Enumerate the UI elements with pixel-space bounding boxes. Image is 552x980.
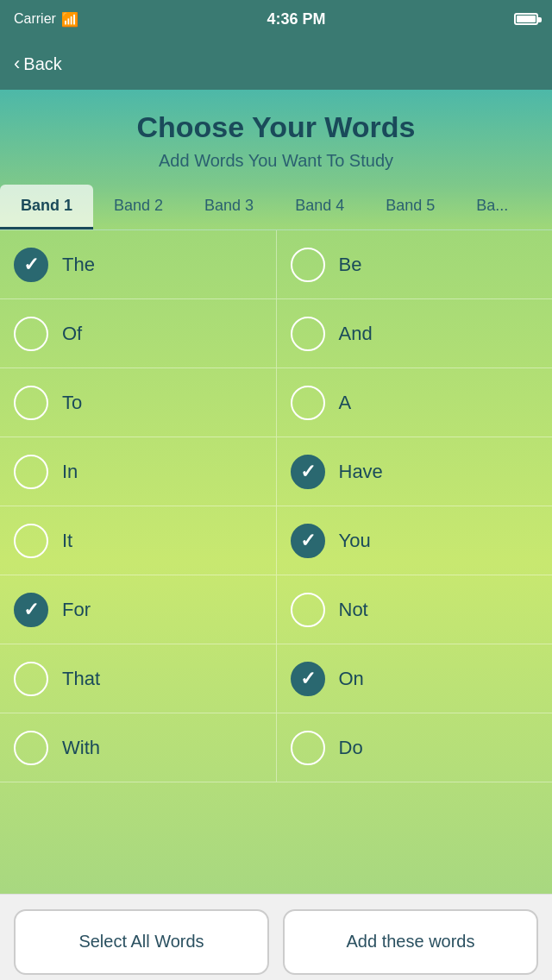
word-text-left-5: For bbox=[62, 599, 91, 621]
word-cell-right-6: ✓On bbox=[277, 644, 553, 713]
word-row: ✓In✓Have bbox=[0, 437, 552, 506]
bottom-buttons: Select All Words Add these words bbox=[0, 894, 552, 980]
checkbox-left-3[interactable]: ✓ bbox=[14, 455, 48, 489]
tab-band-1[interactable]: Band 1 bbox=[0, 185, 93, 229]
word-text-right-5: Not bbox=[339, 599, 368, 621]
tab-band-6[interactable]: Ba... bbox=[455, 185, 529, 229]
word-text-right-7: Do bbox=[339, 737, 363, 759]
word-row: ✓The✓Be bbox=[0, 230, 552, 299]
carrier-label: Carrier bbox=[14, 11, 56, 27]
checkmark-icon: ✓ bbox=[300, 668, 316, 690]
checkbox-right-5[interactable]: ✓ bbox=[291, 593, 325, 627]
word-text-left-2: To bbox=[62, 392, 82, 414]
word-text-right-2: A bbox=[339, 392, 352, 414]
checkbox-left-4[interactable]: ✓ bbox=[14, 524, 48, 558]
word-cell-right-0: ✓Be bbox=[277, 230, 553, 298]
word-row: ✓It✓You bbox=[0, 506, 552, 575]
word-text-left-3: In bbox=[62, 461, 78, 483]
page-title: Choose Your Words bbox=[17, 110, 535, 144]
word-cell-left-6: ✓That bbox=[0, 644, 277, 713]
checkbox-right-6[interactable]: ✓ bbox=[291, 662, 325, 696]
status-right bbox=[514, 13, 538, 25]
word-row: ✓For✓Not bbox=[0, 575, 552, 644]
page-subtitle: Add Words You Want To Study bbox=[17, 151, 535, 171]
tab-band-2[interactable]: Band 2 bbox=[93, 185, 184, 229]
word-cell-right-1: ✓And bbox=[277, 299, 553, 368]
add-words-button[interactable]: Add these words bbox=[283, 909, 538, 975]
word-cell-left-2: ✓To bbox=[0, 368, 277, 437]
wifi-icon: 📶 bbox=[61, 11, 78, 28]
word-text-right-6: On bbox=[339, 668, 364, 690]
select-all-button[interactable]: Select All Words bbox=[14, 909, 269, 975]
word-text-right-4: You bbox=[339, 530, 371, 552]
status-left: Carrier 📶 bbox=[14, 11, 78, 28]
nav-bar: ‹ Back bbox=[0, 38, 552, 90]
checkmark-icon: ✓ bbox=[23, 254, 39, 276]
word-cell-left-0: ✓The bbox=[0, 230, 277, 298]
checkbox-right-0[interactable]: ✓ bbox=[291, 248, 325, 282]
word-row: ✓That✓On bbox=[0, 644, 552, 713]
checkmark-icon: ✓ bbox=[300, 461, 316, 483]
header-section: Choose Your Words Add Words You Want To … bbox=[0, 90, 552, 185]
word-cell-right-4: ✓You bbox=[277, 506, 553, 575]
word-text-left-1: Of bbox=[62, 323, 82, 345]
status-time: 4:36 PM bbox=[267, 10, 325, 28]
checkbox-left-6[interactable]: ✓ bbox=[14, 662, 48, 696]
tabs-container: Band 1Band 2Band 3Band 4Band 5Ba... bbox=[0, 185, 552, 230]
checkbox-left-0[interactable]: ✓ bbox=[14, 248, 48, 282]
word-row: ✓With✓Do bbox=[0, 713, 552, 782]
checkbox-right-1[interactable]: ✓ bbox=[291, 317, 325, 351]
word-cell-right-2: ✓A bbox=[277, 368, 553, 437]
word-list: ✓The✓Be✓Of✓And✓To✓A✓In✓Have✓It✓You✓For✓N… bbox=[0, 230, 552, 894]
word-text-right-3: Have bbox=[339, 461, 383, 483]
word-cell-right-5: ✓Not bbox=[277, 575, 553, 644]
word-text-left-0: The bbox=[62, 254, 95, 276]
word-row: ✓To✓A bbox=[0, 368, 552, 437]
checkbox-left-1[interactable]: ✓ bbox=[14, 317, 48, 351]
word-cell-left-7: ✓With bbox=[0, 713, 277, 782]
checkbox-right-2[interactable]: ✓ bbox=[291, 386, 325, 420]
word-cell-right-7: ✓Do bbox=[277, 713, 553, 782]
word-text-left-7: With bbox=[62, 737, 100, 759]
back-button[interactable]: ‹ Back bbox=[14, 53, 62, 75]
checkbox-left-2[interactable]: ✓ bbox=[14, 386, 48, 420]
battery-icon bbox=[514, 13, 538, 25]
word-text-left-4: It bbox=[62, 530, 72, 552]
tab-band-4[interactable]: Band 4 bbox=[274, 185, 365, 229]
word-text-right-0: Be bbox=[339, 254, 362, 276]
word-text-right-1: And bbox=[339, 323, 373, 345]
checkmark-icon: ✓ bbox=[23, 599, 39, 621]
word-row: ✓Of✓And bbox=[0, 299, 552, 368]
word-text-left-6: That bbox=[62, 668, 100, 690]
back-chevron-icon: ‹ bbox=[14, 53, 20, 75]
word-cell-left-4: ✓It bbox=[0, 506, 277, 575]
tab-band-3[interactable]: Band 3 bbox=[184, 185, 274, 229]
checkmark-icon: ✓ bbox=[300, 530, 316, 552]
checkbox-right-7[interactable]: ✓ bbox=[291, 731, 325, 765]
status-bar: Carrier 📶 4:36 PM bbox=[0, 0, 552, 38]
word-cell-left-1: ✓Of bbox=[0, 299, 277, 368]
checkbox-right-4[interactable]: ✓ bbox=[291, 524, 325, 558]
checkbox-right-3[interactable]: ✓ bbox=[291, 455, 325, 489]
checkbox-left-5[interactable]: ✓ bbox=[14, 593, 48, 627]
back-label: Back bbox=[23, 54, 61, 74]
word-cell-left-5: ✓For bbox=[0, 575, 277, 644]
checkbox-left-7[interactable]: ✓ bbox=[14, 731, 48, 765]
word-cell-left-3: ✓In bbox=[0, 437, 277, 506]
word-cell-right-3: ✓Have bbox=[277, 437, 553, 506]
tab-band-5[interactable]: Band 5 bbox=[365, 185, 455, 229]
